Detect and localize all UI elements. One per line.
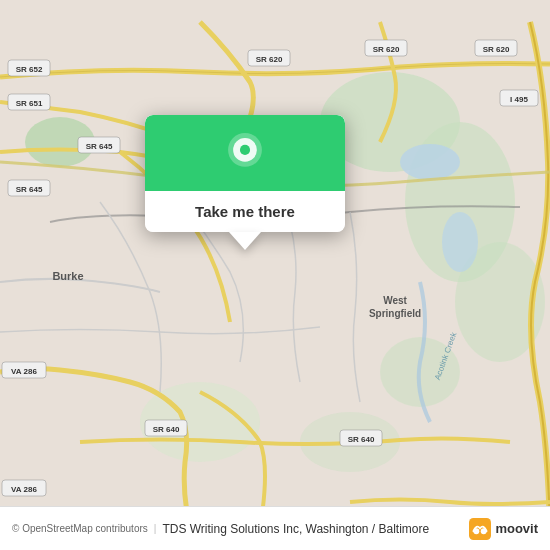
svg-text:Springfield: Springfield: [369, 308, 421, 319]
take-me-there-button[interactable]: Take me there: [145, 191, 345, 232]
svg-text:VA 286: VA 286: [11, 367, 37, 376]
svg-text:I 495: I 495: [510, 95, 528, 104]
svg-text:SR 640: SR 640: [153, 425, 180, 434]
location-info: TDS Writing Solutions Inc, Washington / …: [162, 522, 429, 536]
svg-text:Burke: Burke: [52, 270, 83, 282]
popup-triangle: [229, 232, 261, 250]
bottom-left: © OpenStreetMap contributors | TDS Writi…: [12, 522, 429, 536]
moovit-icon: [469, 518, 491, 540]
svg-text:SR 652: SR 652: [16, 65, 43, 74]
separator: |: [154, 523, 157, 534]
moovit-text: moovit: [495, 521, 538, 536]
svg-text:SR 620: SR 620: [483, 45, 510, 54]
svg-text:SR 651: SR 651: [16, 99, 43, 108]
svg-text:SR 645: SR 645: [16, 185, 43, 194]
location-pin-icon: [223, 133, 267, 177]
bottom-bar: © OpenStreetMap contributors | TDS Writi…: [0, 506, 550, 550]
svg-point-8: [400, 144, 460, 180]
svg-text:West: West: [383, 295, 407, 306]
svg-text:SR 640: SR 640: [348, 435, 375, 444]
moovit-logo: moovit: [469, 518, 538, 540]
popup-header: [145, 115, 345, 191]
map-container: SR 652 SR 620 SR 620 SR 620 I 495 SR 651…: [0, 0, 550, 550]
svg-text:VA 286: VA 286: [11, 485, 37, 494]
svg-text:SR 645: SR 645: [86, 142, 113, 151]
svg-text:SR 620: SR 620: [256, 55, 283, 64]
svg-text:SR 620: SR 620: [373, 45, 400, 54]
svg-point-42: [240, 145, 250, 155]
popup-card: Take me there: [145, 115, 345, 250]
svg-point-9: [442, 212, 478, 272]
osm-attribution: © OpenStreetMap contributors: [12, 523, 148, 534]
map-background: SR 652 SR 620 SR 620 SR 620 I 495 SR 651…: [0, 0, 550, 550]
